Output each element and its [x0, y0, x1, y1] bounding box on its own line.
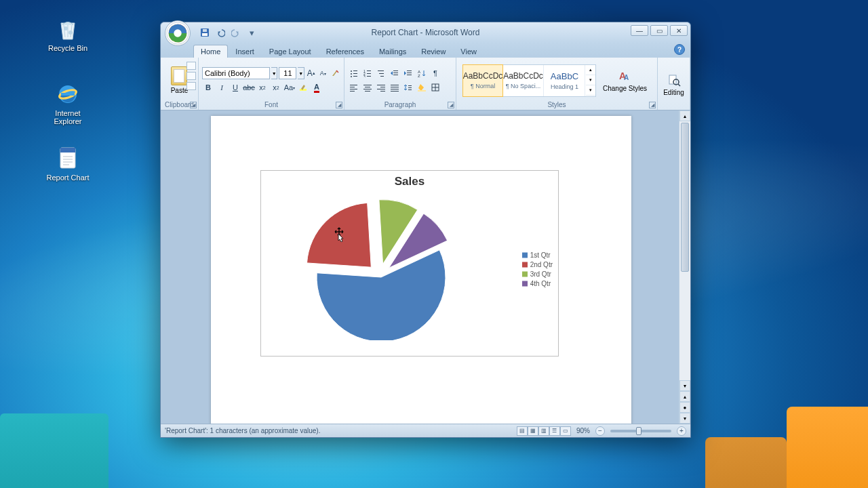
svg-rect-52 [408, 85, 412, 86]
desktop-icon-report-chart[interactable]: Report Chart [41, 144, 95, 182]
next-page-button[interactable]: ▾ [679, 413, 690, 424]
chevron-down-icon[interactable]: ▼ [271, 67, 277, 79]
close-button[interactable]: ✕ [670, 25, 688, 36]
tab-view[interactable]: View [453, 45, 484, 58]
draft-view[interactable]: ▭ [560, 426, 571, 436]
zoom-in-button[interactable]: + [677, 426, 686, 436]
style-heading-1[interactable]: AaBbC Heading 1 [545, 65, 585, 96]
tab-insert[interactable]: Insert [228, 45, 262, 58]
font-size-combo[interactable] [279, 67, 296, 79]
font-color-button[interactable]: A [311, 81, 323, 94]
scroll-down-button[interactable]: ▾ [679, 380, 690, 391]
cut-button[interactable] [186, 62, 196, 70]
borders-button[interactable] [429, 81, 441, 94]
desktop-icon-recycle-bin[interactable]: Recycle Bin [41, 15, 95, 52]
dialog-launcher[interactable]: ◢ [649, 102, 656, 108]
maximize-button[interactable]: ▭ [650, 25, 668, 36]
gallery-up[interactable]: ▴ [586, 65, 595, 75]
undo-button[interactable] [214, 26, 226, 39]
desktop-icon-internet-explorer[interactable]: Internet Explorer [41, 80, 95, 125]
word-doc-icon [54, 144, 81, 171]
align-center-button[interactable] [361, 81, 374, 94]
svg-rect-42 [363, 89, 372, 89]
minimize-button[interactable]: — [631, 25, 648, 36]
editing-button[interactable]: Editing [661, 60, 686, 109]
svg-point-8 [174, 29, 181, 37]
line-spacing-button[interactable] [402, 81, 414, 94]
gallery-down[interactable]: ▾ [586, 75, 595, 85]
tab-mailings[interactable]: Mailings [372, 45, 414, 58]
dialog-launcher[interactable]: ◢ [190, 102, 197, 108]
svg-rect-39 [350, 91, 355, 92]
style-normal[interactable]: AaBbCcDc ¶ Normal [462, 64, 503, 97]
web-layout-view[interactable]: ▥ [538, 426, 549, 436]
tab-page-layout[interactable]: Page Layout [262, 45, 319, 58]
full-screen-view[interactable]: ▦ [528, 426, 538, 436]
help-button[interactable]: ? [674, 44, 685, 55]
tab-references[interactable]: References [319, 45, 372, 58]
copy-button[interactable] [186, 72, 196, 80]
show-marks-button[interactable]: ¶ [429, 67, 441, 79]
style-no-spacing[interactable]: AaBbCcDc ¶ No Spaci... [503, 65, 544, 96]
decor-shape [0, 413, 108, 488]
svg-rect-30 [393, 75, 398, 75]
change-styles-icon: AA [618, 69, 631, 83]
zoom-thumb[interactable] [636, 427, 642, 435]
subscript-button[interactable]: x2 [256, 81, 269, 94]
svg-rect-4 [61, 93, 75, 96]
tab-home[interactable]: Home [193, 45, 228, 58]
svg-rect-33 [407, 75, 412, 75]
strikethrough-button[interactable]: abc [243, 81, 255, 94]
outline-view[interactable]: ☰ [549, 426, 560, 436]
font-name-combo[interactable] [202, 67, 270, 79]
browse-object-button[interactable]: ● [679, 402, 690, 413]
decrease-indent-button[interactable] [389, 67, 401, 79]
chart-body: 1st Qtr2nd Qtr3rd Qtr4th Qtr [261, 191, 558, 347]
pie-slice-1[interactable] [307, 203, 372, 267]
redo-button[interactable] [230, 26, 242, 39]
zoom-level[interactable]: 90% [576, 427, 590, 434]
format-painter-button[interactable] [186, 82, 196, 90]
highlight-button[interactable] [297, 81, 309, 94]
grow-font-button[interactable]: A▴ [306, 67, 317, 79]
zoom-out-button[interactable]: − [595, 426, 605, 436]
change-styles-button[interactable]: AA Change Styles [599, 67, 651, 94]
prev-page-button[interactable]: ▴ [679, 391, 690, 402]
dialog-launcher[interactable]: ◢ [448, 102, 454, 108]
office-button[interactable] [165, 20, 191, 46]
chart-object[interactable]: Sales 1st Qtr2nd Qtr3rd Qtr4th Qtr [260, 170, 559, 357]
superscript-button[interactable]: x2 [270, 81, 282, 94]
change-case-button[interactable]: Aa▾ [283, 81, 296, 94]
print-layout-view[interactable]: ▤ [517, 426, 528, 436]
vertical-scrollbar[interactable]: ▴ ▾ ▴ ● ▾ [679, 110, 690, 424]
align-right-button[interactable] [375, 81, 387, 94]
align-left-button[interactable] [348, 81, 360, 94]
scroll-up-button[interactable]: ▴ [679, 110, 690, 121]
tab-review[interactable]: Review [414, 45, 453, 58]
shrink-font-button[interactable]: A▾ [317, 67, 328, 79]
word-window: ▾ Report Chart - Microsoft Word — ▭ ✕ Ho… [160, 22, 691, 438]
underline-button[interactable]: U [229, 81, 241, 94]
clear-formatting-button[interactable] [330, 67, 340, 79]
multilevel-list-button[interactable] [375, 67, 387, 79]
qat-customize[interactable]: ▾ [245, 26, 258, 39]
bold-button[interactable]: B [202, 81, 214, 94]
numbering-button[interactable]: 123 [361, 67, 374, 79]
group-styles: AaBbCcDc ¶ Normal AaBbCcDc ¶ No Spaci...… [456, 58, 658, 110]
zoom-slider[interactable] [610, 430, 671, 432]
chevron-down-icon[interactable]: ▼ [298, 67, 304, 79]
increase-indent-button[interactable] [402, 67, 414, 79]
italic-button[interactable]: I [216, 81, 228, 94]
justify-button[interactable] [389, 81, 401, 94]
gallery-more[interactable]: ▾ [586, 85, 595, 96]
sort-button[interactable]: AZ [416, 67, 428, 79]
gallery-scroll: ▴ ▾ ▾ [586, 65, 595, 96]
scroll-thumb[interactable] [681, 123, 689, 272]
dialog-launcher[interactable]: ◢ [336, 102, 342, 108]
page[interactable]: Sales 1st Qtr2nd Qtr3rd Qtr4th Qtr [211, 116, 631, 424]
save-button[interactable] [199, 26, 211, 39]
svg-rect-43 [365, 91, 370, 92]
shading-button[interactable] [416, 81, 428, 94]
group-clipboard: Paste Clipboard ◢ [161, 58, 199, 110]
bullets-button[interactable] [348, 67, 360, 79]
